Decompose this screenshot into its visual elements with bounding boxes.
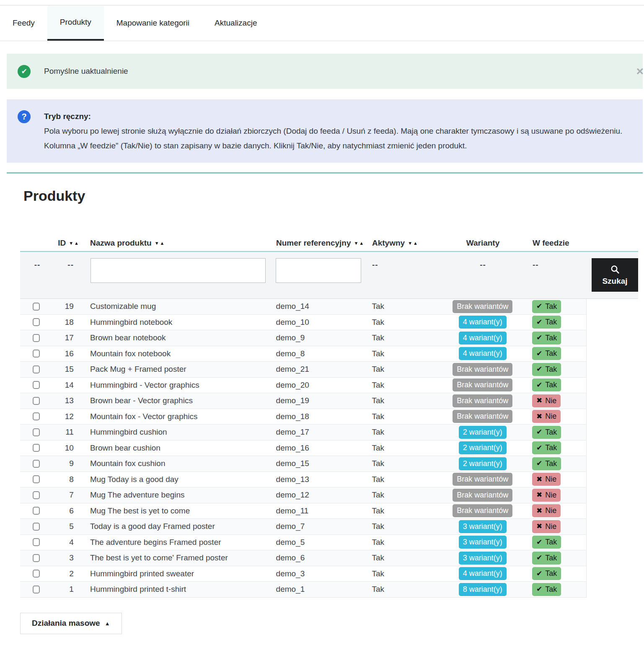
product-active: Tak — [368, 428, 435, 437]
table-row: 10Brown bear cushiondemo_16Tak2 wariant(… — [20, 441, 587, 456]
product-active: Tak — [368, 475, 435, 484]
table-row: 8Mug Today is a good daydemo_13TakBrak w… — [20, 472, 587, 488]
product-name: The best is yet to come' Framed poster — [84, 553, 272, 562]
feed-toggle[interactable]: ✖Nie — [532, 489, 561, 502]
product-reference: demo_20 — [272, 381, 369, 390]
feed-toggle[interactable]: ✔Tak — [532, 457, 561, 470]
table-row: 11Hummingbird cushiondemo_17Tak2 wariant… — [20, 425, 587, 441]
product-active: Tak — [368, 553, 435, 562]
feed-toggle[interactable]: ✔Tak — [532, 536, 561, 549]
search-button[interactable]: Szukaj — [592, 258, 638, 292]
feed-toggle[interactable]: ✔Tak — [532, 378, 561, 391]
product-active: Tak — [368, 490, 435, 500]
row-checkbox[interactable] — [33, 554, 40, 562]
row-checkbox[interactable] — [33, 586, 40, 593]
variants-badge: 3 wariant(y) — [459, 520, 507, 533]
tab-aktualizacje[interactable]: Aktualizacje — [202, 5, 269, 41]
close-icon[interactable]: × — [636, 65, 644, 78]
check-icon: ✔ — [536, 350, 542, 357]
feed-toggle[interactable]: ✔Tak — [532, 552, 561, 565]
variants-badge: 4 wariant(y) — [459, 567, 507, 580]
row-checkbox[interactable] — [33, 460, 40, 468]
sort-icons[interactable]: ▼▲ — [408, 241, 419, 246]
table-row: 2Hummingbird printed sweaterdemo_3Tak4 w… — [20, 566, 587, 582]
feed-toggle[interactable]: ✔Tak — [532, 426, 561, 439]
sort-icons[interactable]: ▼▲ — [354, 241, 365, 246]
column-header-id[interactable]: ID ▼▲ — [54, 238, 84, 248]
feed-toggle[interactable]: ✔Tak — [532, 332, 561, 345]
row-checkbox[interactable] — [33, 491, 40, 499]
row-checkbox[interactable] — [33, 381, 40, 389]
table-row: 7Mug The adventure beginsdemo_12TakBrak … — [20, 487, 587, 503]
tab-mapowanie-kategorii[interactable]: Mapowanie kategorii — [104, 5, 202, 41]
row-checkbox[interactable] — [33, 538, 40, 546]
variants-badge: 4 wariant(y) — [459, 347, 507, 360]
reference-filter-input[interactable] — [276, 258, 361, 283]
product-active: Tak — [368, 522, 435, 531]
variants-badge: 2 wariant(y) — [459, 457, 507, 470]
feed-toggle[interactable]: ✔Tak — [532, 347, 561, 360]
row-checkbox[interactable] — [33, 318, 40, 326]
feed-toggle[interactable]: ✔Tak — [532, 363, 561, 376]
caret-up-icon: ▲ — [105, 620, 110, 627]
check-icon: ✔ — [536, 319, 542, 326]
row-checkbox[interactable] — [33, 303, 40, 311]
row-checkbox[interactable] — [33, 507, 40, 515]
check-icon: ✔ — [536, 570, 542, 577]
product-id: 6 — [54, 506, 84, 516]
info-box: ? Tryb ręczny: Pola wyboru po lewej stro… — [7, 99, 643, 163]
info-title: Tryb ręczny: — [44, 109, 622, 124]
feed-toggle[interactable]: ✔Tak — [532, 316, 561, 329]
product-name: Mountain fox notebook — [84, 349, 272, 358]
product-name: Customizable mug — [84, 302, 272, 311]
row-checkbox[interactable] — [33, 365, 40, 373]
product-name-filter-input[interactable] — [91, 258, 266, 283]
feed-toggle[interactable]: ✖Nie — [532, 394, 561, 407]
product-active: Tak — [368, 333, 435, 342]
feed-toggle[interactable]: ✔Tak — [532, 441, 561, 454]
bulk-actions-button[interactable]: Działania masowe ▲ — [20, 613, 122, 634]
feed-toggle[interactable]: ✖Nie — [532, 504, 561, 517]
product-reference: demo_8 — [272, 349, 369, 358]
product-active: Tak — [368, 506, 435, 516]
feed-toggle[interactable]: ✖Nie — [532, 473, 561, 486]
row-checkbox[interactable] — [33, 334, 40, 342]
table-row: 17Brown bear notebookdemo_9Tak4 wariant(… — [20, 330, 587, 346]
check-icon: ✔ — [536, 444, 542, 451]
feed-toggle[interactable]: ✔Tak — [532, 300, 561, 313]
product-active: Tak — [368, 365, 435, 374]
row-checkbox[interactable] — [33, 428, 40, 436]
row-checkbox[interactable] — [33, 350, 40, 358]
row-checkbox[interactable] — [33, 412, 40, 420]
bulk-actions-label: Działania masowe — [32, 619, 100, 628]
variants-badge: Brak wariantów — [453, 410, 512, 423]
feed-toggle[interactable]: ✖Nie — [532, 520, 561, 533]
product-id: 8 — [54, 475, 84, 484]
column-header-active[interactable]: Aktywny ▼▲ — [369, 238, 436, 248]
filter-dash: -- — [480, 260, 486, 269]
product-reference: demo_7 — [272, 522, 369, 531]
row-checkbox[interactable] — [33, 523, 40, 531]
column-header-name[interactable]: Nazwa produktu ▼▲ — [84, 238, 272, 248]
table-row: 19Customizable mugdemo_14TakBrak wariant… — [20, 299, 587, 315]
product-name: Hummingbird notebook — [84, 318, 272, 327]
row-checkbox[interactable] — [33, 444, 40, 452]
search-icon — [610, 264, 620, 275]
feed-toggle[interactable]: ✔Tak — [532, 583, 561, 596]
sort-icons[interactable]: ▼▲ — [69, 241, 80, 246]
column-header-reference[interactable]: Numer referencyjny ▼▲ — [272, 238, 369, 248]
row-checkbox[interactable] — [33, 570, 40, 578]
product-active: Tak — [368, 349, 435, 358]
tab-produkty[interactable]: Produkty — [47, 5, 104, 41]
product-reference: demo_21 — [272, 365, 369, 374]
feed-toggle[interactable]: ✔Tak — [532, 567, 561, 580]
tab-feedy[interactable]: Feedy — [0, 5, 47, 41]
variants-badge: 4 wariant(y) — [459, 316, 507, 329]
row-checkbox[interactable] — [33, 475, 40, 483]
sort-icons[interactable]: ▼▲ — [155, 241, 166, 246]
feed-toggle[interactable]: ✖Nie — [532, 410, 561, 423]
product-reference: demo_16 — [272, 443, 369, 453]
row-checkbox[interactable] — [33, 397, 40, 405]
check-icon: ✔ — [536, 365, 542, 373]
product-reference: demo_1 — [272, 585, 369, 594]
